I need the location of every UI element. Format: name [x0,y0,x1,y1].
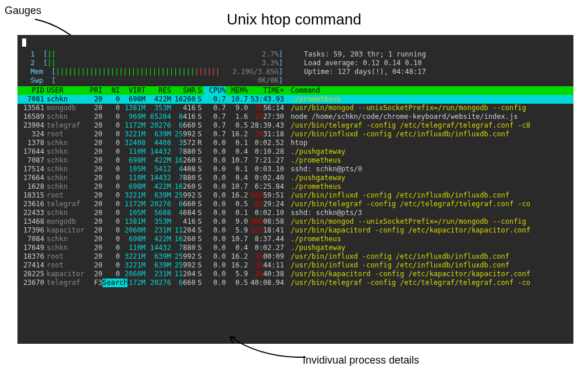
process-row[interactable]: 23616telegraf20 01172M202766660S0.00.56h… [17,200,573,209]
process-row[interactable]: 7084schkn20 0698M422M16260S0.010.78:37.4… [17,235,573,244]
blinking-cursor [22,38,26,47]
process-row[interactable]: 7081schkn20 0698M422M16260S0.710.753:43.… [17,95,573,104]
process-row[interactable]: 1628schkn20 0698M422M16260S0.010.76:25.8… [17,182,573,191]
process-row[interactable]: 324root20 03221M639M25992S0.716.27h31:18… [17,130,573,139]
process-details-annotation-label: Invidivual process details [303,354,419,367]
page-title: Unix htop command [226,10,361,29]
process-table-header[interactable]: PIDUSERPRINIVIRTRESSHRSCPU%MEM%TIME+ Com… [17,86,573,95]
process-row[interactable]: 27414root20 03221M639M25992S0.016.23h44:… [17,261,573,270]
process-list[interactable]: 7081schkn20 0698M422M16260S0.710.753:43.… [17,95,573,287]
process-row[interactable]: 23904telegraf20 01172M202766660S0.70.528… [17,121,573,130]
process-row[interactable]: 7087schkn20 0698M422M16260S0.010.77:21.2… [17,156,573,165]
process-row[interactable]: 17649schkn20 0110M144327880S0.00.40:02.2… [17,244,573,252]
process-row[interactable]: 23670telegrafF3Search1172M202766660S0.00… [17,279,573,287]
process-row[interactable]: 28225kapacitor20 02060M231M11204S0.05.92… [17,270,573,279]
process-row[interactable]: 17514schkn20 0105M54124408S0.00.10:03.10… [17,165,573,174]
process-row[interactable]: 22433schkn20 0105M56884684S0.00.10:02.10… [17,209,573,217]
process-row[interactable]: 18376root20 03221M639M25992S0.016.24h00:… [17,252,573,261]
gauges-panel: 1 [|| 2.7%] Tasks: 59, 203 thr; 1 runnin… [17,49,573,86]
process-row[interactable]: 13468mongodb20 01381M353M416S0.09.030h08… [17,217,573,226]
terminal-window[interactable]: 1 [|| 2.7%] Tasks: 59, 203 thr; 1 runnin… [17,35,573,344]
process-row[interactable]: 18315root20 03221M639M25992S0.016.256h59… [17,191,573,200]
process-row[interactable]: 16589schkn20 0969M652848416S0.71.62h27:3… [17,112,573,121]
process-row[interactable]: 1378schkn20 03240844083572R0.00.10:02.52… [17,139,573,147]
gauges-annotation-label: Gauges [5,5,41,17]
process-row[interactable]: 13561mongodb20 01381M353M416S0.79.03h56:… [17,104,573,112]
process-row[interactable]: 17644schkn20 0110M144327880S0.00.40:10.2… [17,147,573,156]
process-row[interactable]: 17664schkn20 0110M144327880S0.00.40:02.4… [17,174,573,182]
process-row[interactable]: 17396kapacitor20 02060M231M11204S0.05.93… [17,226,573,235]
